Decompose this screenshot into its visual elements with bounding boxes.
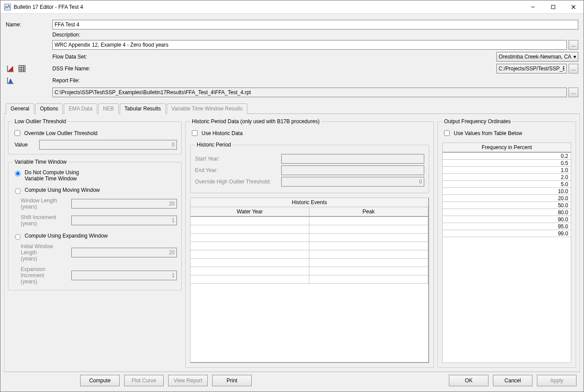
options-right-column: Output Frequency Ordinates Use Values fr… — [437, 118, 576, 368]
minimize-button[interactable] — [523, 0, 543, 14]
vtw-radio-moving[interactable] — [15, 188, 21, 194]
options-panel: Low Outlier Threshold Override Low Outli… — [4, 114, 580, 372]
historic-period-group: Historic Period Start Year: End Year: Ov… — [190, 142, 429, 193]
dss-file-input[interactable] — [496, 64, 567, 73]
low-outlier-legend: Low Outlier Threshold — [13, 118, 68, 125]
table-row[interactable] — [191, 267, 428, 275]
app-icon — [4, 4, 11, 11]
frequency-row[interactable]: 1.0 — [443, 167, 571, 174]
initial-window-length-label: Initial Window Length (years) — [21, 243, 69, 262]
vtw-radio-expanding-label: Compute Using Expanding Window — [25, 233, 108, 239]
start-year-label: Start Year: — [195, 156, 279, 162]
frequency-row[interactable]: 20.0 — [443, 195, 571, 202]
flow-data-set-combo[interactable]: Orestimba Creek-Newman, CA ▾ — [496, 52, 578, 62]
frequency-row[interactable]: 5.0 — [443, 181, 571, 188]
frequency-row[interactable]: 50.0 — [443, 202, 571, 209]
dss-browse-button[interactable]: … — [569, 64, 578, 73]
name-input[interactable] — [52, 20, 578, 29]
close-button[interactable] — [563, 0, 584, 14]
frequency-row[interactable]: 0.2 — [443, 153, 571, 160]
table-row[interactable] — [191, 242, 428, 250]
start-year-input — [281, 154, 424, 164]
window-length-input — [71, 199, 177, 209]
frequency-row[interactable]: 95.0 — [443, 223, 571, 230]
vtw-radio-none[interactable] — [15, 171, 21, 176]
apply-button: Apply — [537, 375, 577, 386]
override-low-outlier-checkbox[interactable] — [15, 130, 20, 136]
end-year-input — [281, 165, 424, 175]
button-bar: Compute Plot Curve View Report Print OK … — [4, 372, 580, 389]
table-row[interactable] — [191, 259, 428, 267]
print-button[interactable]: Print — [212, 375, 252, 386]
report-file-input[interactable] — [52, 88, 567, 97]
use-historic-checkbox[interactable] — [192, 130, 198, 136]
vtw-radio-expanding[interactable] — [15, 234, 21, 240]
table-row[interactable] — [191, 250, 428, 259]
frequency-row[interactable]: 10.0 — [443, 188, 571, 195]
table-row[interactable] — [191, 217, 428, 225]
tab-ema-data: EMA Data — [64, 103, 97, 114]
low-outlier-value-label: Value — [15, 142, 37, 148]
dss-file-label: DSS File Name: — [52, 66, 494, 72]
shift-increment-label: Shift Increment (years) — [21, 214, 69, 227]
frequency-table-header: Frequency in Percent — [443, 143, 571, 153]
description-input[interactable] — [52, 40, 567, 50]
col-header-water-year: Water Year — [191, 207, 309, 217]
compute-button[interactable]: Compute — [80, 375, 120, 386]
window-title: Bulletin 17 Editor - FFA Test 4 — [14, 4, 523, 10]
frequency-row[interactable]: 0.5 — [443, 160, 571, 167]
frequency-row[interactable]: 80.0 — [443, 209, 571, 216]
maximize-button[interactable] — [543, 0, 563, 14]
use-freq-values-checkbox[interactable] — [444, 130, 450, 136]
svg-rect-6 — [19, 66, 25, 72]
frequency-rows: 0.20.51.02.05.010.020.050.080.090.095.09… — [443, 153, 571, 363]
options-left-column: Low Outlier Threshold Override Low Outli… — [8, 118, 182, 368]
override-high-outlier-input — [281, 177, 424, 187]
override-high-outlier-label: Override High Outlier Threshold: — [195, 179, 279, 185]
vtw-radio-none-label: Do Not Compute Using Variable Time Windo… — [25, 169, 79, 182]
cancel-button[interactable]: Cancel — [493, 375, 533, 386]
grid-icon[interactable] — [17, 64, 27, 73]
tab-options[interactable]: Options — [35, 103, 63, 114]
table-row[interactable] — [191, 234, 428, 242]
content-area: Name: Description: … Flow Data Set: Ores… — [0, 14, 584, 392]
frequency-legend: Output Frequency Ordinates — [442, 118, 512, 125]
tab-tabular-results[interactable]: Tabular Results — [120, 103, 166, 114]
plot-red-icon[interactable] — [6, 64, 15, 73]
frequency-row[interactable]: 99.0 — [443, 230, 571, 237]
form-header: Name: Description: … Flow Data Set: Ores… — [4, 17, 580, 103]
window-controls — [523, 0, 584, 13]
frequency-row[interactable]: 2.0 — [443, 174, 571, 181]
historic-events-table: Historic Events Water Year Peak — [190, 198, 429, 363]
historic-group: Historic Period Data (only used with B17… — [185, 118, 434, 368]
svg-marker-11 — [8, 78, 13, 83]
use-freq-values-label: Use Values from Table Below — [454, 130, 522, 136]
low-outlier-group: Low Outlier Threshold Override Low Outli… — [8, 118, 182, 154]
report-browse-button[interactable]: … — [569, 88, 578, 97]
window-length-label: Window Length (years) — [21, 198, 69, 210]
chevron-down-icon: ▾ — [573, 54, 576, 60]
view-report-button: View Report — [168, 375, 208, 386]
tabstrip: General Options EMA Data NEB Tabular Res… — [4, 103, 580, 114]
vtw-legend: Variable Time Window — [13, 159, 69, 165]
historic-events-rows — [191, 217, 428, 362]
table-row[interactable] — [191, 225, 428, 234]
plot-blue-icon[interactable] — [6, 76, 15, 85]
options-middle-column: Historic Period Data (only used with B17… — [185, 118, 434, 368]
svg-rect-2 — [551, 5, 555, 9]
tab-general[interactable]: General — [6, 103, 34, 114]
plot-curve-button: Plot Curve — [124, 375, 164, 386]
col-header-peak: Peak — [309, 207, 428, 217]
variable-time-window-group: Variable Time Window Do Not Compute Usin… — [8, 159, 182, 290]
flow-data-set-value: Orestimba Creek-Newman, CA — [499, 54, 571, 60]
historic-events-title: Historic Events — [191, 198, 428, 207]
flow-data-set-label: Flow Data Set: — [52, 54, 494, 60]
ok-button[interactable]: OK — [449, 375, 489, 386]
description-browse-button[interactable]: … — [569, 40, 578, 50]
end-year-label: End Year: — [195, 167, 279, 173]
frequency-row[interactable]: 90.0 — [443, 216, 571, 223]
table-row[interactable] — [191, 275, 428, 284]
description-label: Description: — [52, 32, 494, 38]
report-file-label: Report File: — [52, 77, 494, 84]
tab-variable-time-window-results: Variable Time Window Results — [167, 103, 248, 114]
